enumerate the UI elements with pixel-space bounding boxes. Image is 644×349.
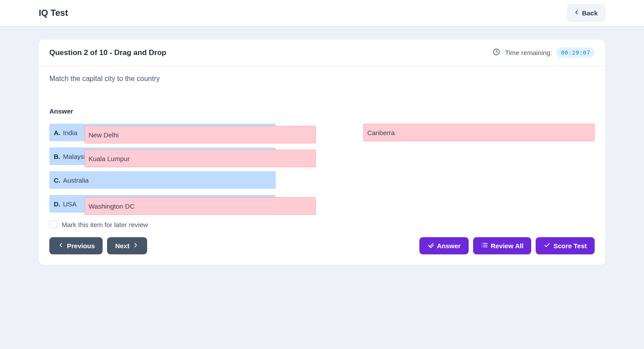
chip-label: New Delhi: [89, 131, 118, 139]
app-title: IQ Test: [39, 8, 68, 18]
dropped-chip[interactable]: New Delhi: [85, 126, 316, 143]
chip-label: Canberra: [367, 129, 395, 136]
chevron-left-icon: [57, 242, 64, 250]
option-chip[interactable]: Canberra: [363, 124, 595, 141]
chevron-right-icon: [132, 242, 139, 250]
drop-targets-column: A. India New Delhi B. Malaysia Kuala Lum…: [49, 124, 302, 219]
drop-target[interactable]: C. Australia: [49, 171, 276, 189]
dropped-chip[interactable]: Washington DC: [85, 197, 316, 215]
target-label: Australia: [63, 176, 89, 184]
target-label: USA: [63, 200, 77, 208]
score-test-button-label: Score Test: [553, 242, 587, 250]
answer-button[interactable]: Answer: [419, 237, 469, 254]
target-letter: B.: [54, 153, 60, 160]
mark-for-review-checkbox[interactable]: [49, 220, 57, 228]
previous-button[interactable]: Previous: [49, 237, 103, 254]
next-button-label: Next: [115, 242, 130, 250]
chip-label: Washington DC: [89, 202, 135, 210]
answer-button-label: Answer: [437, 242, 461, 250]
chevron-left-icon: [573, 9, 580, 17]
check-icon: [544, 242, 551, 250]
score-test-button[interactable]: Score Test: [536, 237, 595, 254]
back-button-label: Back: [582, 9, 598, 17]
target-letter: D.: [54, 200, 60, 208]
question-card: Question 2 of 10 - Drag and Drop Time re…: [39, 40, 605, 265]
back-button[interactable]: Back: [567, 4, 605, 22]
answer-heading: Answer: [49, 107, 595, 115]
clock-icon: [492, 48, 500, 57]
time-remaining-value: 00:29:07: [556, 48, 595, 58]
check-all-icon: [427, 242, 434, 250]
time-remaining-label: Time remaining:: [505, 49, 552, 56]
dropped-chip[interactable]: Kuala Lumpur: [85, 150, 316, 167]
target-letter: A.: [54, 129, 60, 136]
chip-label: Kuala Lumpur: [89, 155, 130, 162]
question-title: Question 2 of 10 - Drag and Drop: [49, 48, 166, 57]
next-button[interactable]: Next: [107, 237, 147, 254]
question-prompt: Match the capital city to the country: [49, 75, 595, 83]
mark-for-review[interactable]: Mark this item for later review: [49, 220, 595, 228]
target-label: India: [63, 129, 78, 136]
review-all-button[interactable]: Review All: [473, 237, 531, 254]
previous-button-label: Previous: [67, 242, 95, 250]
target-letter: C.: [54, 176, 60, 184]
mark-for-review-label: Mark this item for later review: [62, 221, 148, 228]
review-all-button-label: Review All: [491, 242, 523, 250]
list-icon: [481, 242, 488, 250]
options-column: Canberra: [363, 124, 595, 219]
